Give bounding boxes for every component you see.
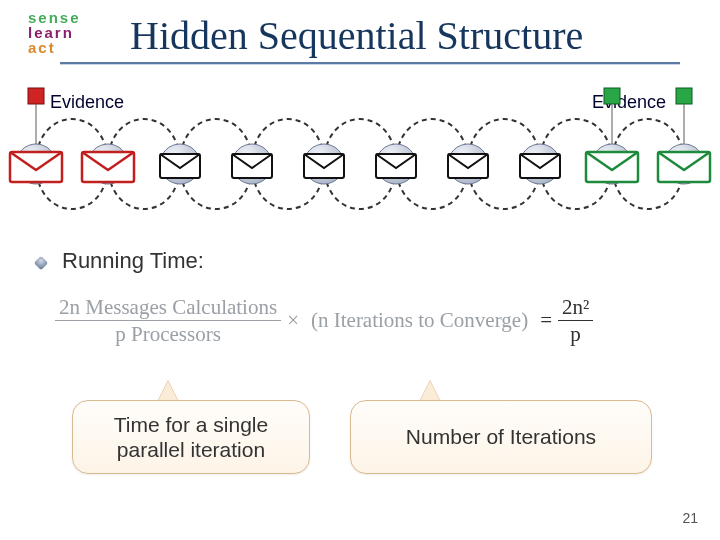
callout-left-line2: parallel iteration (117, 437, 265, 462)
callout-left-line1: Time for a single (114, 412, 268, 437)
callout-right-text: Number of Iterations (406, 425, 596, 449)
bullet-icon (34, 256, 48, 270)
logo-line-learn: learn (28, 25, 81, 40)
fraction-result: 2n² p (558, 295, 593, 346)
chain-diagram (0, 86, 720, 236)
equals-symbol: = (534, 308, 558, 333)
envelopes (10, 152, 710, 182)
callout-number-iterations: Number of Iterations (350, 400, 652, 474)
logo-line-act: act (28, 40, 81, 55)
section-heading: Running Time: (62, 248, 204, 274)
frac2-den: p (566, 322, 585, 346)
times-symbol: × (281, 308, 305, 333)
page-title: Hidden Sequential Structure (130, 12, 583, 59)
frac2-num: 2n² (558, 295, 593, 319)
logo: sense learn act (28, 10, 81, 55)
slide-number: 21 (682, 510, 698, 526)
frac1-num: 2n Messages Calculations (55, 295, 281, 319)
callout-pointer-left (158, 381, 178, 401)
iterations-term: (n Iterations to Converge) (305, 308, 534, 333)
title-underline (60, 62, 680, 65)
callout-pointer-right (420, 381, 440, 401)
frac1-den: p Processors (111, 322, 225, 346)
fraction-messages: 2n Messages Calculations p Processors (55, 295, 281, 346)
svg-rect-11 (28, 88, 44, 104)
running-time-formula: 2n Messages Calculations p Processors × … (55, 295, 675, 346)
svg-rect-12 (604, 88, 620, 104)
svg-rect-13 (676, 88, 692, 104)
logo-line-sense: sense (28, 10, 81, 25)
callout-time-per-iteration: Time for a single parallel iteration (72, 400, 310, 474)
